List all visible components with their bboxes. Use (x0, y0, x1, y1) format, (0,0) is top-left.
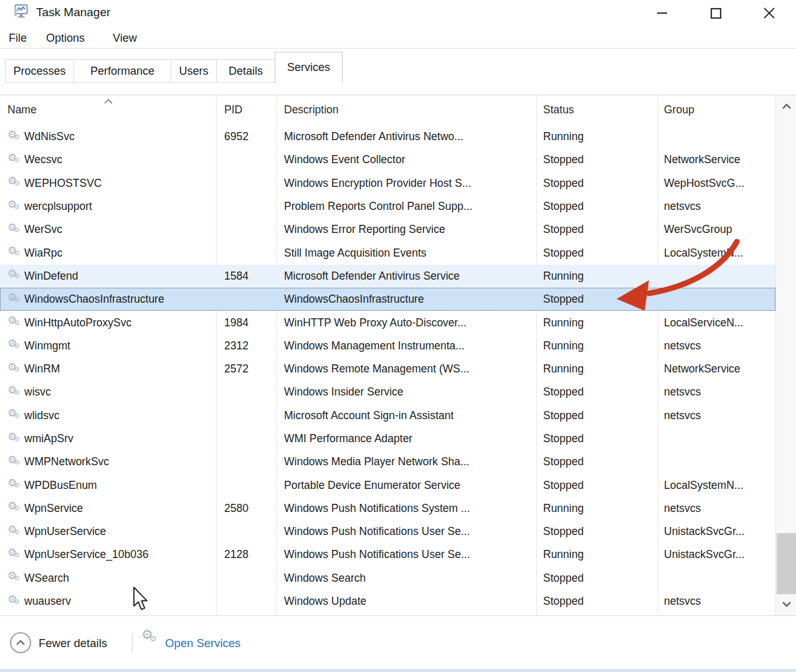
open-services-link[interactable]: Open Services (165, 616, 240, 670)
chevron-up-icon (16, 637, 26, 648)
service-status: Running (536, 125, 658, 148)
tab-strip: Processes Performance Users Details Serv… (5, 52, 343, 83)
service-name: WpnUserService (24, 525, 106, 538)
service-gear-icon: ⚙⚙ (7, 268, 24, 283)
tab-users[interactable]: Users (171, 59, 217, 83)
tab-services[interactable]: Services (275, 52, 343, 83)
minimize-button[interactable] (635, 0, 689, 26)
service-gear-icon: ⚙⚙ (7, 478, 24, 493)
service-pid (216, 218, 276, 241)
table-row[interactable]: ⚙⚙ WEPHOSTSVC Windows Encryption Provide… (0, 172, 775, 195)
scroll-down-icon[interactable] (776, 594, 796, 614)
title-bar: Task Manager (0, 0, 796, 26)
service-description: WMI Performance Adapter (276, 427, 536, 450)
service-name: WSearch (24, 572, 69, 585)
table-row[interactable]: ⚙⚙ wisvc Windows Insider Service Stopped… (0, 381, 775, 404)
services-gear-icon: ⚙⚙ (141, 627, 160, 646)
table-row[interactable]: ⚙⚙ WPDBusEnum Portable Device Enumerator… (0, 473, 775, 496)
table-row[interactable]: ⚙⚙ wercplsupport Problem Reports Control… (0, 195, 775, 218)
service-description: Microsoft Defender Antivirus Service (276, 265, 536, 288)
service-name: WEPHOSTSVC (24, 177, 102, 190)
vertical-scrollbar[interactable] (775, 95, 796, 615)
tab-performance[interactable]: Performance (73, 59, 171, 83)
tab-details[interactable]: Details (216, 59, 275, 83)
service-gear-icon: ⚙⚙ (7, 570, 24, 585)
table-row[interactable]: ⚙⚙ WiaRpc Still Image Acquisition Events… (0, 241, 775, 264)
table-row[interactable]: ⚙⚙ WSearch Windows Search Stopped (0, 567, 775, 590)
table-row[interactable]: ⚙⚙ WMPNetworkSvc Windows Media Player Ne… (0, 450, 775, 473)
table-row[interactable]: ⚙⚙ WinDefend 1584 Microsoft Defender Ant… (0, 265, 775, 288)
service-gear-icon: ⚙⚙ (7, 385, 24, 400)
service-name: wisvc (24, 386, 51, 399)
menu-options[interactable]: Options (46, 26, 85, 48)
table-row[interactable]: ⚙⚙ WinRM 2572 Windows Remote Management … (0, 357, 775, 381)
table-row[interactable]: ⚙⚙ WindowsChaosInfrastructure WindowsCha… (0, 288, 775, 311)
service-status: Running (536, 543, 658, 566)
service-gear-icon: ⚙⚙ (7, 222, 24, 237)
service-status: Running (536, 357, 658, 381)
table-row[interactable]: ⚙⚙ Wecsvc Windows Event Collector Stoppe… (0, 148, 775, 171)
service-status: Stopped (536, 450, 658, 473)
menu-file[interactable]: File (9, 26, 27, 48)
service-description: Windows Update (276, 590, 536, 613)
service-group: netsvcs (658, 195, 775, 218)
service-group (658, 288, 775, 311)
service-group: netsvcs (658, 590, 775, 613)
service-group: netsvcs (658, 334, 775, 357)
service-name: WinRM (24, 362, 60, 376)
table-row[interactable]: ⚙⚙ Winmgmt 2312 Windows Management Instr… (0, 334, 775, 357)
service-pid (216, 241, 276, 264)
table-row[interactable]: ⚙⚙ wlidsvc Microsoft Account Sign-in Ass… (0, 404, 775, 427)
fewer-details-label[interactable]: Fewer details (39, 616, 107, 670)
column-header-group[interactable]: Group (658, 95, 775, 125)
table-row[interactable]: ⚙⚙ WpnService 2580 Windows Push Notifica… (0, 497, 775, 520)
service-group: netsvcs (658, 381, 775, 404)
service-pid: 1584 (216, 265, 276, 288)
table-row[interactable]: ⚙⚙ wmiApSrv WMI Performance Adapter Stop… (0, 427, 775, 450)
service-status: Stopped (536, 473, 658, 496)
service-description: Still Image Acquisition Events (276, 241, 536, 264)
table-row[interactable]: ⚙⚙ WpnUserService Windows Push Notificat… (0, 520, 775, 543)
close-button[interactable] (742, 0, 796, 26)
table-row[interactable]: ⚙⚙ WinHttpAutoProxySvc 1984 WinHTTP Web … (0, 311, 775, 334)
task-manager-window: Task Manager File Options View Processes… (0, 0, 796, 672)
service-description: Windows Insider Service (276, 381, 536, 404)
column-header-pid[interactable]: PID (216, 95, 276, 125)
service-pid (216, 427, 276, 450)
service-pid (216, 195, 276, 218)
service-gear-icon: ⚙⚙ (7, 130, 24, 144)
service-gear-icon: ⚙⚙ (7, 315, 24, 330)
sort-ascending-icon (103, 96, 113, 107)
tab-processes[interactable]: Processes (5, 59, 74, 83)
service-pid: 2580 (216, 497, 276, 520)
service-group: WerSvcGroup (658, 218, 775, 241)
service-pid (216, 172, 276, 195)
footer-bar: Fewer details ⚙⚙ Open Services (0, 615, 796, 669)
service-gear-icon: ⚙⚙ (7, 153, 24, 168)
service-name: Wecsvc (24, 153, 62, 166)
service-gear-icon: ⚙⚙ (7, 547, 24, 562)
column-header-description[interactable]: Description (276, 95, 536, 125)
service-description: WindowsChaosInfrastructure (276, 288, 536, 311)
service-status: Running (536, 265, 658, 288)
service-group (658, 427, 775, 450)
table-row[interactable]: ⚙⚙ WdNisSvc 6952 Microsoft Defender Anti… (0, 125, 775, 148)
service-status: Running (536, 497, 658, 520)
service-group (658, 265, 775, 288)
scrollbar-thumb[interactable] (777, 533, 796, 594)
maximize-button[interactable] (689, 0, 742, 26)
table-row[interactable]: ⚙⚙ wuauserv Windows Update Stopped netsv… (0, 590, 775, 613)
table-row[interactable]: ⚙⚙ WpnUserService_10b036 2128 Windows Pu… (0, 543, 775, 566)
table-row[interactable]: ⚙⚙ WerSvc Windows Error Reporting Servic… (0, 218, 775, 241)
service-status: Running (536, 334, 658, 357)
service-pid (216, 450, 276, 473)
service-name: wuauserv (24, 595, 71, 608)
service-description: WinHTTP Web Proxy Auto-Discover... (276, 311, 536, 334)
column-header-status[interactable]: Status (536, 95, 658, 125)
service-status: Stopped (536, 288, 658, 311)
scroll-up-icon[interactable] (776, 97, 796, 116)
menu-bar: File Options View (0, 26, 796, 48)
menu-view[interactable]: View (113, 26, 137, 48)
fewer-details-button[interactable] (10, 632, 31, 653)
service-gear-icon: ⚙⚙ (7, 245, 24, 260)
